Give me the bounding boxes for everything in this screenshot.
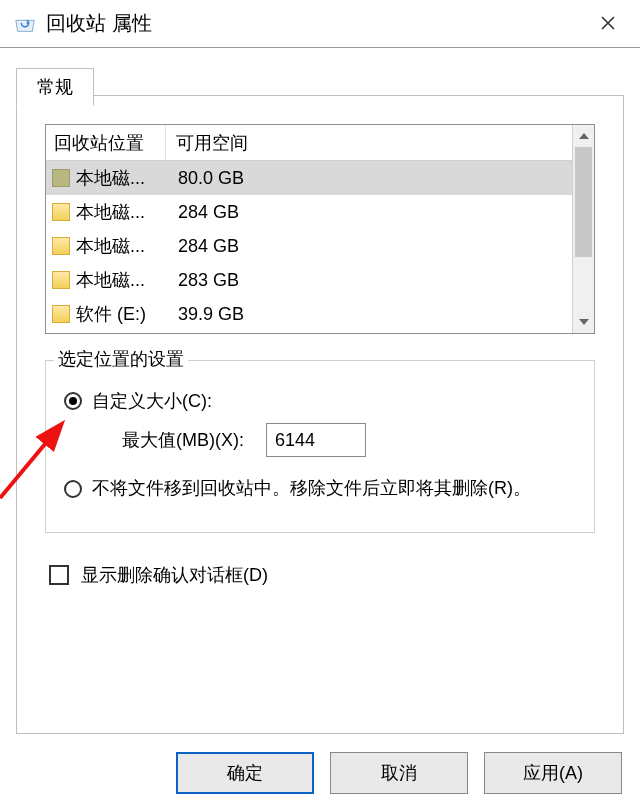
confirm-delete-checkbox[interactable]: 显示删除确认对话框(D) — [49, 563, 595, 587]
drive-icon — [52, 203, 70, 221]
settings-group: 选定位置的设置 自定义大小(C): 最大值(MB)(X): 不将文件移到回收站中… — [45, 360, 595, 533]
drive-icon — [52, 169, 70, 187]
settings-legend: 选定位置的设置 — [54, 347, 188, 371]
confirm-delete-label: 显示删除确认对话框(D) — [81, 563, 268, 587]
row-location: 本地磁... — [76, 200, 168, 224]
close-button[interactable] — [576, 0, 640, 48]
drive-icon — [52, 305, 70, 323]
radio-icon-checked — [64, 392, 82, 410]
radio-custom-size[interactable]: 自定义大小(C): — [64, 389, 576, 413]
recycle-bin-icon — [14, 13, 36, 35]
dialog-buttons: 确定 取消 应用(A) — [176, 752, 622, 794]
checkbox-icon — [49, 565, 69, 585]
row-space: 283 GB — [168, 270, 239, 291]
row-space: 80.0 GB — [168, 168, 244, 189]
max-size-input[interactable] — [266, 423, 366, 457]
no-recycle-label: 不将文件移到回收站中。移除文件后立即将其删除(R)。 — [92, 475, 531, 502]
row-location: 本地磁... — [76, 234, 168, 258]
row-location: 软件 (E:) — [76, 302, 168, 326]
table-scrollbar[interactable] — [572, 125, 594, 333]
tab-general[interactable]: 常规 — [16, 68, 94, 106]
table-row[interactable]: 本地磁...284 GB — [46, 229, 594, 263]
row-location: 本地磁... — [76, 268, 168, 292]
header-space[interactable]: 可用空间 — [166, 131, 594, 155]
cancel-button[interactable]: 取消 — [330, 752, 468, 794]
header-location[interactable]: 回收站位置 — [46, 125, 166, 160]
apply-button[interactable]: 应用(A) — [484, 752, 622, 794]
table-row[interactable]: 本地磁...284 GB — [46, 195, 594, 229]
ok-button[interactable]: 确定 — [176, 752, 314, 794]
max-size-label: 最大值(MB)(X): — [122, 428, 244, 452]
table-row[interactable]: 软件 (E:)39.9 GB — [46, 297, 594, 331]
row-space: 284 GB — [168, 202, 239, 223]
title-bar: 回收站 属性 — [0, 0, 640, 48]
table-row[interactable]: 本地磁...80.0 GB — [46, 161, 594, 195]
close-icon — [600, 13, 616, 36]
row-space: 284 GB — [168, 236, 239, 257]
scroll-thumb[interactable] — [575, 147, 592, 257]
table-row[interactable]: 本地磁...283 GB — [46, 263, 594, 297]
drive-icon — [52, 237, 70, 255]
row-location: 本地磁... — [76, 166, 168, 190]
table-body: 本地磁...80.0 GB本地磁...284 GB本地磁...284 GB本地磁… — [46, 161, 594, 333]
custom-size-label: 自定义大小(C): — [92, 389, 212, 413]
table-header: 回收站位置 可用空间 — [46, 125, 594, 161]
window-title: 回收站 属性 — [46, 10, 152, 37]
scroll-up-icon[interactable] — [573, 125, 594, 147]
drive-icon — [52, 271, 70, 289]
properties-panel: 回收站位置 可用空间 本地磁...80.0 GB本地磁...284 GB本地磁.… — [16, 95, 624, 734]
radio-icon-unchecked — [64, 480, 82, 498]
radio-no-recycle[interactable]: 不将文件移到回收站中。移除文件后立即将其删除(R)。 — [64, 475, 576, 502]
max-size-row: 最大值(MB)(X): — [122, 423, 576, 457]
locations-table: 回收站位置 可用空间 本地磁...80.0 GB本地磁...284 GB本地磁.… — [45, 124, 595, 334]
scroll-down-icon[interactable] — [573, 311, 594, 333]
row-space: 39.9 GB — [168, 304, 244, 325]
